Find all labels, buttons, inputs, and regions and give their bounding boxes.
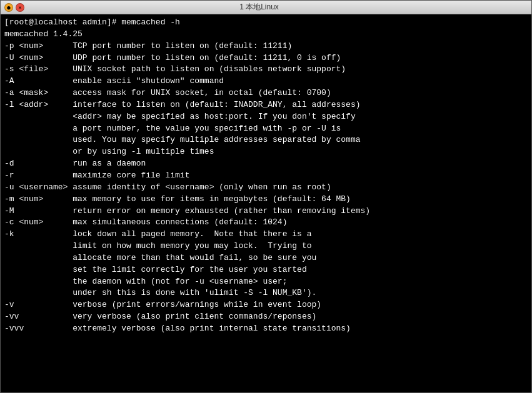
terminal-output: [root@localhost admin]# memcached -h mem…	[4, 17, 528, 335]
terminal-body[interactable]: [root@localhost admin]# memcached -h mem…	[1, 14, 531, 392]
titlebar: ● × 1 本地Linux	[1, 1, 531, 14]
terminal-window: ● × 1 本地Linux [root@localhost admin]# me…	[0, 0, 532, 393]
titlebar-buttons: ● ×	[4, 3, 24, 12]
window-title: 1 本地Linux	[28, 2, 490, 12]
close-button[interactable]: ×	[16, 3, 24, 12]
minimize-button[interactable]: ●	[4, 3, 13, 12]
